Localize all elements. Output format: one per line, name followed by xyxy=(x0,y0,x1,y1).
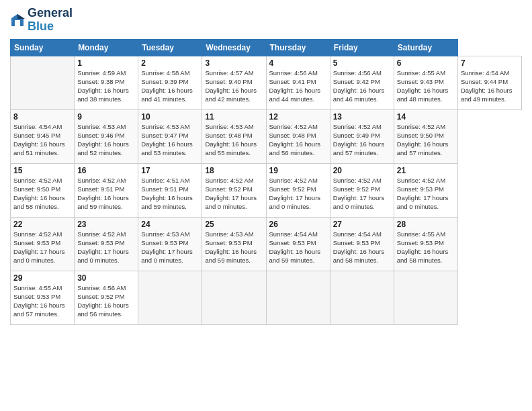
svg-marker-1 xyxy=(17,14,25,19)
day-cell xyxy=(11,56,75,109)
col-header-monday: Monday xyxy=(75,39,138,56)
day-info: Sunrise: 4:52 AMSunset: 9:52 PMDaylight:… xyxy=(205,176,263,212)
week-row-4: 22 Sunrise: 4:52 AMSunset: 9:53 PMDaylig… xyxy=(11,217,522,271)
day-number: 25 xyxy=(205,220,263,229)
day-number: 20 xyxy=(333,166,391,175)
day-cell: 1 Sunrise: 4:59 AMSunset: 9:38 PMDayligh… xyxy=(75,56,138,109)
day-number: 22 xyxy=(13,220,71,229)
day-cell: 27 Sunrise: 4:54 AMSunset: 9:53 PMDaylig… xyxy=(330,217,394,271)
day-number: 14 xyxy=(397,112,455,122)
day-info: Sunrise: 4:53 AMSunset: 9:53 PMDaylight:… xyxy=(141,230,199,265)
day-number: 17 xyxy=(141,166,199,175)
day-info: Sunrise: 4:51 AMSunset: 9:51 PMDaylight:… xyxy=(141,176,199,212)
week-row-2: 8 Sunrise: 4:54 AMSunset: 9:45 PMDayligh… xyxy=(11,109,522,163)
day-number: 21 xyxy=(397,166,455,175)
day-info: Sunrise: 4:54 AMSunset: 9:44 PMDaylight:… xyxy=(461,68,519,104)
day-info: Sunrise: 4:52 AMSunset: 9:50 PMDaylight:… xyxy=(397,122,455,158)
day-info: Sunrise: 4:52 AMSunset: 9:50 PMDaylight:… xyxy=(13,176,71,212)
day-info: Sunrise: 4:52 AMSunset: 9:51 PMDaylight:… xyxy=(77,176,135,212)
day-number: 7 xyxy=(461,58,519,68)
day-info: Sunrise: 4:59 AMSunset: 9:38 PMDaylight:… xyxy=(77,68,135,104)
day-cell: 23 Sunrise: 4:52 AMSunset: 9:53 PMDaylig… xyxy=(75,217,138,271)
day-number: 28 xyxy=(397,220,455,229)
day-info: Sunrise: 4:54 AMSunset: 9:45 PMDaylight:… xyxy=(13,122,71,158)
col-header-tuesday: Tuesday xyxy=(138,39,202,56)
day-number: 23 xyxy=(77,220,135,229)
day-info: Sunrise: 4:56 AMSunset: 9:52 PMDaylight:… xyxy=(77,283,135,319)
calendar-header-row: SundayMondayTuesdayWednesdayThursdayFrid… xyxy=(11,39,522,56)
logo-text: General Blue xyxy=(28,7,73,34)
day-cell: 11 Sunrise: 4:53 AMSunset: 9:48 PMDaylig… xyxy=(202,109,266,163)
day-number: 11 xyxy=(205,112,263,122)
day-info: Sunrise: 4:53 AMSunset: 9:47 PMDaylight:… xyxy=(141,122,199,158)
day-info: Sunrise: 4:52 AMSunset: 9:52 PMDaylight:… xyxy=(333,176,391,212)
day-cell: 16 Sunrise: 4:52 AMSunset: 9:51 PMDaylig… xyxy=(75,163,138,217)
day-cell: 14 Sunrise: 4:52 AMSunset: 9:50 PMDaylig… xyxy=(394,109,457,163)
week-row-5: 29 Sunrise: 4:55 AMSunset: 9:53 PMDaylig… xyxy=(11,271,522,324)
day-info: Sunrise: 4:52 AMSunset: 9:53 PMDaylight:… xyxy=(77,230,135,265)
day-cell: 10 Sunrise: 4:53 AMSunset: 9:47 PMDaylig… xyxy=(138,109,202,163)
col-header-saturday: Saturday xyxy=(394,39,457,56)
day-info: Sunrise: 4:56 AMSunset: 9:41 PMDaylight:… xyxy=(269,68,327,104)
day-cell xyxy=(138,271,202,324)
day-cell xyxy=(394,271,457,324)
day-cell: 29 Sunrise: 4:55 AMSunset: 9:53 PMDaylig… xyxy=(11,271,75,324)
day-number: 10 xyxy=(141,112,199,122)
day-number: 5 xyxy=(333,58,391,68)
day-cell: 3 Sunrise: 4:57 AMSunset: 9:40 PMDayligh… xyxy=(202,56,266,109)
col-header-sunday: Sunday xyxy=(11,39,75,56)
day-number: 16 xyxy=(77,166,135,175)
day-info: Sunrise: 4:52 AMSunset: 9:53 PMDaylight:… xyxy=(397,176,455,212)
header: General Blue xyxy=(10,7,522,34)
col-header-friday: Friday xyxy=(330,39,394,56)
day-number: 2 xyxy=(141,58,199,68)
col-header-thursday: Thursday xyxy=(266,39,330,56)
day-info: Sunrise: 4:54 AMSunset: 9:53 PMDaylight:… xyxy=(269,230,327,265)
day-cell: 12 Sunrise: 4:52 AMSunset: 9:48 PMDaylig… xyxy=(266,109,330,163)
day-number: 19 xyxy=(269,166,327,175)
day-cell xyxy=(330,271,394,324)
day-cell: 13 Sunrise: 4:52 AMSunset: 9:49 PMDaylig… xyxy=(330,109,394,163)
day-number: 9 xyxy=(77,112,135,122)
day-cell: 21 Sunrise: 4:52 AMSunset: 9:53 PMDaylig… xyxy=(394,163,457,217)
day-cell: 9 Sunrise: 4:53 AMSunset: 9:46 PMDayligh… xyxy=(75,109,138,163)
col-header-wednesday: Wednesday xyxy=(202,39,266,56)
day-number: 4 xyxy=(269,58,327,68)
day-cell: 24 Sunrise: 4:53 AMSunset: 9:53 PMDaylig… xyxy=(138,217,202,271)
day-cell: 28 Sunrise: 4:55 AMSunset: 9:53 PMDaylig… xyxy=(394,217,457,271)
day-cell: 7 Sunrise: 4:54 AMSunset: 9:44 PMDayligh… xyxy=(457,56,521,109)
logo: General Blue xyxy=(10,7,73,34)
day-number: 29 xyxy=(13,273,71,283)
day-cell: 4 Sunrise: 4:56 AMSunset: 9:41 PMDayligh… xyxy=(266,56,330,109)
day-number: 3 xyxy=(205,58,263,68)
day-cell: 6 Sunrise: 4:55 AMSunset: 9:43 PMDayligh… xyxy=(394,56,457,109)
day-cell: 15 Sunrise: 4:52 AMSunset: 9:50 PMDaylig… xyxy=(11,163,75,217)
day-number: 12 xyxy=(269,112,327,122)
day-number: 26 xyxy=(269,220,327,229)
day-cell: 19 Sunrise: 4:52 AMSunset: 9:52 PMDaylig… xyxy=(266,163,330,217)
page: General Blue SundayMondayTuesdayWednesda… xyxy=(0,0,532,411)
day-info: Sunrise: 4:53 AMSunset: 9:53 PMDaylight:… xyxy=(205,230,263,265)
day-info: Sunrise: 4:53 AMSunset: 9:46 PMDaylight:… xyxy=(77,122,135,158)
day-cell: 20 Sunrise: 4:52 AMSunset: 9:52 PMDaylig… xyxy=(330,163,394,217)
logo-icon xyxy=(10,13,25,28)
day-number: 30 xyxy=(77,273,135,283)
day-number: 1 xyxy=(77,58,135,68)
day-info: Sunrise: 4:52 AMSunset: 9:52 PMDaylight:… xyxy=(269,176,327,212)
day-info: Sunrise: 4:52 AMSunset: 9:48 PMDaylight:… xyxy=(269,122,327,158)
day-cell: 18 Sunrise: 4:52 AMSunset: 9:52 PMDaylig… xyxy=(202,163,266,217)
day-info: Sunrise: 4:55 AMSunset: 9:53 PMDaylight:… xyxy=(13,283,71,319)
day-info: Sunrise: 4:52 AMSunset: 9:53 PMDaylight:… xyxy=(13,230,71,265)
day-number: 8 xyxy=(13,112,71,122)
day-info: Sunrise: 4:58 AMSunset: 9:39 PMDaylight:… xyxy=(141,68,199,104)
day-info: Sunrise: 4:54 AMSunset: 9:53 PMDaylight:… xyxy=(333,230,391,265)
day-number: 24 xyxy=(141,220,199,229)
day-cell xyxy=(266,271,330,324)
day-number: 13 xyxy=(333,112,391,122)
day-cell: 22 Sunrise: 4:52 AMSunset: 9:53 PMDaylig… xyxy=(11,217,75,271)
day-info: Sunrise: 4:57 AMSunset: 9:40 PMDaylight:… xyxy=(205,68,263,104)
day-number: 6 xyxy=(397,58,455,68)
day-cell: 30 Sunrise: 4:56 AMSunset: 9:52 PMDaylig… xyxy=(75,271,138,324)
week-row-1: 1 Sunrise: 4:59 AMSunset: 9:38 PMDayligh… xyxy=(11,56,522,109)
week-row-3: 15 Sunrise: 4:52 AMSunset: 9:50 PMDaylig… xyxy=(11,163,522,217)
